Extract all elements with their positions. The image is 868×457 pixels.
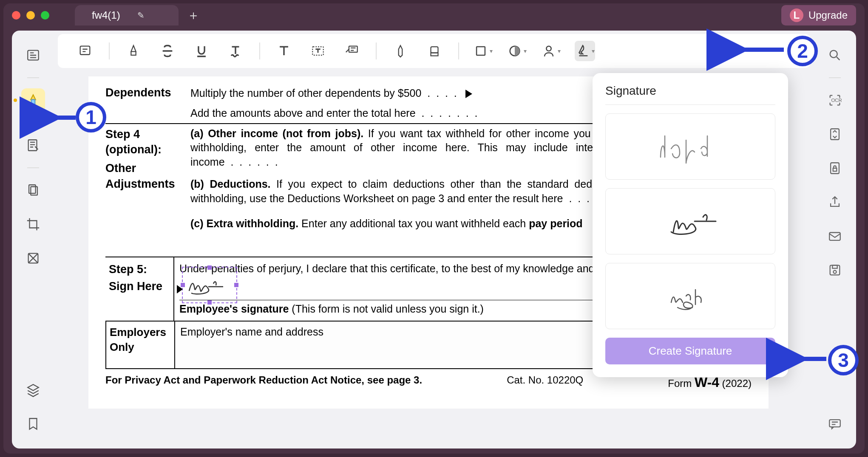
svg-rect-1 <box>31 100 35 104</box>
signature-tool-icon[interactable]: ▾ <box>575 41 595 61</box>
maximize-window[interactable] <box>41 11 49 20</box>
svg-rect-10 <box>477 47 485 55</box>
textbox-tool-icon[interactable] <box>308 41 328 61</box>
page-edit-icon[interactable] <box>21 178 45 202</box>
share-icon[interactable] <box>823 190 847 214</box>
right-sidebar: OCR <box>814 31 856 449</box>
user-avatar: L <box>790 8 803 22</box>
eraser-tool-icon[interactable] <box>424 41 445 61</box>
callout-tool-icon[interactable] <box>342 41 362 61</box>
note-tool-icon[interactable] <box>75 41 95 61</box>
callout-2: 2 <box>787 36 818 66</box>
stamp-tool-icon[interactable]: ▾ <box>507 41 527 61</box>
svg-point-13 <box>830 51 837 58</box>
save-icon[interactable] <box>823 258 847 282</box>
popover-title: Signature <box>605 84 775 98</box>
search-icon[interactable] <box>823 43 847 67</box>
callout-3-arrow <box>797 353 831 367</box>
step4-label: Step 4 (optional): <box>105 127 190 158</box>
underline-tool-icon[interactable] <box>191 41 212 61</box>
svg-rect-6 <box>80 46 90 55</box>
placed-signature[interactable] <box>182 267 237 303</box>
svg-text:OCR: OCR <box>831 98 842 103</box>
left-sidebar <box>12 31 54 449</box>
callout-2-arrow <box>737 43 788 58</box>
svg-rect-3 <box>29 185 36 193</box>
signature-option-3[interactable] <box>605 263 775 329</box>
signature-option-2[interactable] <box>605 188 775 254</box>
annotate-tool-icon[interactable] <box>21 88 45 112</box>
svg-rect-18 <box>829 233 840 240</box>
pencil-tool-icon[interactable] <box>390 41 411 61</box>
signature-option-1[interactable] <box>605 113 775 180</box>
cat-number: Cat. No. 10220Q <box>507 373 583 392</box>
text-tool-icon[interactable] <box>274 41 294 61</box>
ocr-icon[interactable]: OCR <box>823 88 847 112</box>
employer-name-label: Employer's name and address <box>180 326 323 338</box>
employers-only-label: Employers Only <box>106 322 174 368</box>
close-window[interactable] <box>12 11 20 20</box>
edit-tab-icon[interactable]: ✎ <box>137 10 145 20</box>
tab-title: fw4(1) <box>92 9 120 21</box>
lock-icon[interactable] <box>823 156 847 180</box>
svg-point-21 <box>833 271 836 274</box>
document-tab[interactable]: fw4(1) ✎ <box>75 5 179 25</box>
svg-point-12 <box>546 46 551 51</box>
crop-tool-icon[interactable] <box>21 212 45 236</box>
svg-rect-22 <box>829 420 840 427</box>
sign-here-label: Sign Here <box>109 279 170 294</box>
privacy-notice: For Privacy Act and Paperwork Reduction … <box>105 373 422 392</box>
titlebar: fw4(1) ✎ ＋ L Upgrade <box>3 3 865 27</box>
mail-icon[interactable] <box>823 224 847 248</box>
callout-1: 1 <box>76 102 106 133</box>
reader-mode-icon[interactable] <box>21 43 45 67</box>
highlighter-tool-icon[interactable] <box>123 41 144 61</box>
svg-rect-4 <box>31 187 37 195</box>
upgrade-button[interactable]: L Upgrade <box>781 5 856 25</box>
annotation-toolbar: ▾ ▾ ▾ ▾ <box>58 34 810 68</box>
new-tab-button[interactable]: ＋ <box>187 7 200 24</box>
upgrade-label: Upgrade <box>808 9 848 21</box>
step4-sub: Other Adjustments <box>105 161 190 192</box>
convert-icon[interactable] <box>823 122 847 146</box>
signature-popover: Signature Create Signature <box>593 73 788 377</box>
squiggly-tool-icon[interactable] <box>225 41 246 61</box>
svg-rect-17 <box>833 168 837 171</box>
layers-icon[interactable] <box>21 378 45 402</box>
edit-pdf-icon[interactable] <box>21 133 45 157</box>
create-signature-button[interactable]: Create Signature <box>605 338 775 364</box>
callout-3: 3 <box>828 345 859 375</box>
dependents-label: Dependents <box>105 85 190 121</box>
svg-rect-8 <box>349 46 357 52</box>
bookmark-icon[interactable] <box>21 412 45 436</box>
svg-rect-20 <box>832 265 837 268</box>
redact-tool-icon[interactable] <box>21 246 45 270</box>
minimize-window[interactable] <box>26 11 35 20</box>
step5-label: Step 5: <box>109 262 170 277</box>
svg-rect-2 <box>28 140 37 151</box>
image-tool-icon[interactable]: ▾ <box>541 41 561 61</box>
strikethrough-tool-icon[interactable] <box>157 41 178 61</box>
comment-panel-icon[interactable] <box>823 412 847 436</box>
shape-tool-icon[interactable]: ▾ <box>473 41 493 61</box>
svg-rect-9 <box>431 47 438 53</box>
